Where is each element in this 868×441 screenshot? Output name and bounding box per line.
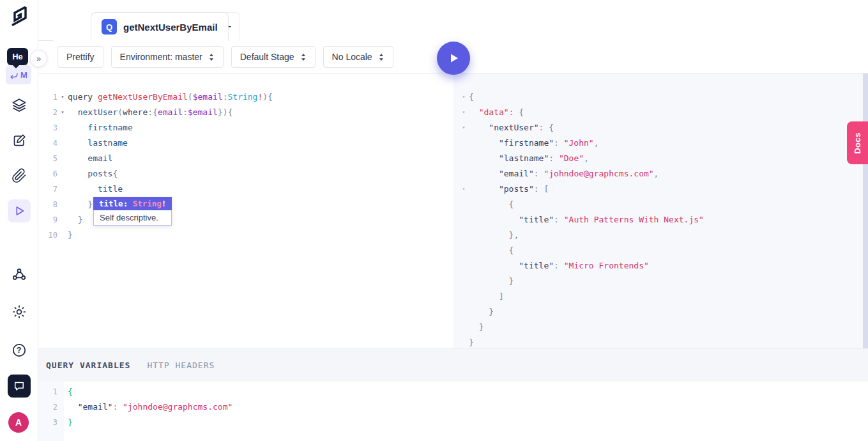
sidebar-item-help[interactable]: ? [8,339,31,362]
play-icon [447,52,460,65]
webhook-icon [11,266,27,282]
graphql-playground: He M [0,0,868,441]
stage-select[interactable]: Default Stage [231,46,316,68]
variables-panel-header: QUERY VARIABLES HTTP HEADERS [38,348,868,382]
fold-arrow-placeholder [57,135,68,151]
fold-arrow-placeholder [57,415,68,430]
fold-arrow-placeholder [459,228,469,243]
sidebar-item-settings[interactable] [8,300,31,323]
environment-select[interactable]: Environment: master [111,46,224,68]
sort-arrows-icon [378,53,385,61]
field-hint-tooltip: title: String! Self descriptive. [93,197,172,226]
code-line: 1▾query getNextUserByEmail($email:String… [38,89,273,105]
chat-bubble-icon [13,380,26,392]
fold-arrow-placeholder [57,384,68,399]
sidebar: He M [0,0,38,441]
sidebar-item-feedback[interactable] [8,375,31,398]
expand-sidebar-button[interactable]: » [30,50,47,67]
code-line: 1{ [38,384,232,399]
fold-arrow-placeholder [459,320,469,335]
code-line: 3} [38,415,232,430]
fold-arrow-placeholder [57,182,68,197]
code-line: 2 "email": "johndoe@graphcms.com" [38,399,232,415]
code-line: ▾ "nextUser": { [453,120,704,135]
code-line: 5 email [38,151,273,166]
fold-arrow-placeholder [459,304,469,320]
code-line: 6 posts{ [38,166,273,182]
stage-select-label: Default Stage [240,52,294,62]
fold-arrow-placeholder [459,335,469,350]
fold-arrow-placeholder [57,228,68,243]
sidebar-item-api-playground[interactable] [8,199,31,222]
chevrons-right-icon: » [36,54,41,63]
fold-arrow-placeholder [459,197,469,212]
gear-icon [11,304,27,320]
code-line: "title": "Micro Frontends" [453,258,704,274]
sidebar-item-webhooks[interactable] [8,263,31,286]
tab-http-headers[interactable]: HTTP HEADERS [147,360,215,370]
code-line: ▾ "data": { [453,105,704,120]
environment-label: M [20,70,27,80]
sidebar-item-content[interactable] [8,129,31,152]
environment-tooltip: He [7,48,28,65]
prettify-label: Prettify [66,52,95,62]
fold-arrow-placeholder [459,289,469,304]
fold-arrow-placeholder [57,120,68,135]
code-line: } [453,304,704,320]
code-line: 4 lastname [38,135,273,151]
fold-arrow-icon[interactable]: ▾ [459,89,469,105]
hint-signature: title: String! [93,197,172,210]
fold-arrow-placeholder [459,151,469,166]
fold-arrow-placeholder [459,274,469,289]
tab-title: getNextUserByEmail [123,22,218,33]
code-line: } [453,320,704,335]
query-badge-letter: Q [106,22,112,32]
fold-arrow-icon[interactable]: ▾ [459,182,469,197]
query-type-badge: Q [102,19,117,35]
fold-arrow-placeholder [57,151,68,166]
code-line: 3 firstname [38,120,273,135]
code-line: "title": "Auth Patterns With Next.js" [453,212,704,228]
code-line: { [453,197,704,212]
environment-select-label: Environment: master [120,52,202,62]
execute-query-button[interactable] [437,42,470,75]
question-mark-glyph: ? [17,346,21,355]
user-avatar[interactable]: A [8,412,29,433]
fold-arrow-placeholder [459,212,469,228]
code-line: "lastname": "Doe", [453,151,704,166]
variables-editor-code[interactable]: 1{2 "email": "johndoe@graphcms.com"3} [38,384,232,430]
tab-getnextuserbyemail[interactable]: Q getNextUserByEmail [91,12,229,41]
hint-description: Self descriptive. [93,210,172,226]
sort-arrows-icon [208,53,215,61]
response-scrollbar[interactable] [863,74,868,348]
code-line: } [453,335,704,350]
locale-select[interactable]: No Locale [323,46,393,68]
code-line: 2▾ nextUser(where:{email:$email}){ [38,105,273,120]
fold-arrow-placeholder [459,243,469,258]
avatar-initial: A [15,417,22,428]
code-line: ▾{ [453,89,704,105]
tab-bar: Q getNextUserByEmail + [38,0,868,41]
sidebar-item-assets[interactable] [8,164,31,187]
sidebar-item-schema[interactable] [8,94,31,117]
fold-arrow-icon[interactable]: ▾ [459,120,469,135]
prettify-button[interactable]: Prettify [57,46,103,68]
code-line: 10} [38,228,273,243]
locale-select-label: No Locale [332,52,372,62]
fold-arrow-icon[interactable]: ▾ [57,105,68,120]
fold-arrow-icon[interactable]: ▾ [459,105,469,120]
code-line: ] [453,289,704,304]
play-outline-icon [12,204,26,218]
branch-swap-icon [10,71,19,79]
docs-tab-button[interactable]: Docs [847,121,868,164]
code-line: 7 title [38,182,273,197]
tab-query-variables[interactable]: QUERY VARIABLES [46,360,130,370]
response-viewer-code: ▾{▾ "data": {▾ "nextUser": { "firstname"… [453,89,704,350]
code-line: } [453,274,704,289]
sort-arrows-icon [300,53,307,61]
code-line: }, [453,228,704,243]
code-line: ▾ "posts": [ [453,182,704,197]
fold-arrow-icon[interactable]: ▾ [57,89,68,105]
environment-tooltip-label: He [12,52,23,61]
code-line: { [453,243,704,258]
